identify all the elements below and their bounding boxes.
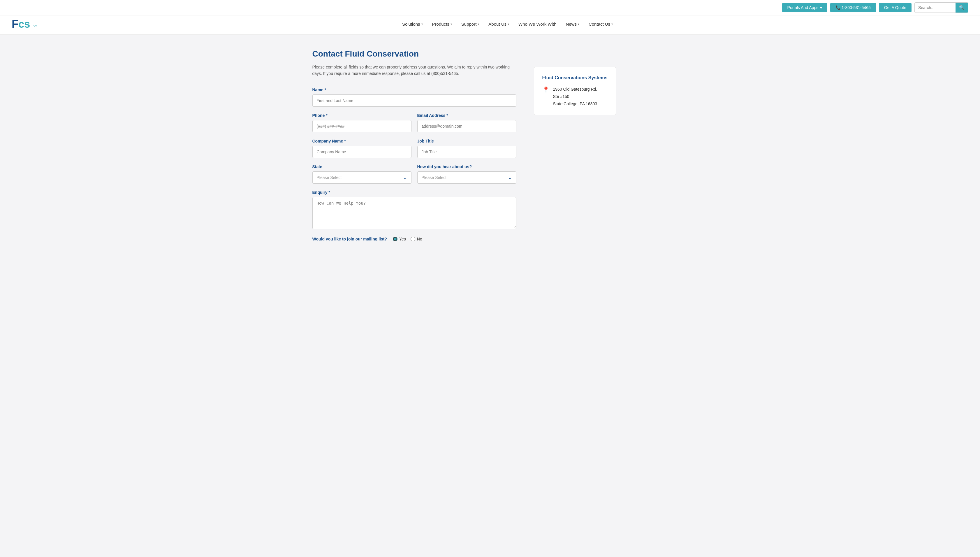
mailing-yes-label: Yes [399, 237, 406, 241]
phone-label: 📞 1-800-531-5465 [835, 5, 871, 10]
jobtitle-input[interactable] [417, 146, 516, 158]
get-quote-button[interactable]: Get A Quote [879, 3, 912, 12]
main-content: Contact Fluid Conservation Please comple… [301, 35, 679, 265]
state-select[interactable]: Please Select Alabama Pennsylvania [312, 171, 411, 184]
hear-select[interactable]: Please Select Web Search Referral [417, 171, 516, 184]
address-line3: State College, PA 16803 [553, 100, 597, 107]
jobtitle-label: Job Title [417, 139, 516, 143]
nav-label: News [566, 21, 577, 26]
nav-item-contact[interactable]: Contact Us ▾ [584, 20, 618, 28]
company-field-group: Company Name * [312, 139, 411, 158]
page-description: Please complete all fields so that we ca… [312, 64, 516, 77]
chevron-down-icon: ▾ [820, 5, 822, 10]
nav-item-products[interactable]: Products ▾ [427, 20, 457, 28]
enquiry-label: Enquiry * [312, 190, 516, 195]
nav-label: Who We Work With [518, 21, 556, 26]
search-icon: 🔍 [959, 5, 965, 10]
search-wrap: 🔍 [915, 2, 969, 13]
header: Fcs 〰 Solutions ▾ Products ▾ Support ▾ A… [0, 15, 980, 35]
hear-field-group: How did you hear about us? Please Select… [417, 164, 516, 184]
chevron-down-icon: ▾ [578, 23, 579, 26]
chevron-down-icon: ▾ [611, 23, 613, 26]
page-title: Contact Fluid Conservation [312, 49, 516, 59]
mailing-label: Would you like to join our mailing list? [312, 237, 387, 241]
email-field-group: Email Address * [417, 113, 516, 132]
nav-item-who-we-work-with[interactable]: Who We Work With [514, 20, 561, 28]
jobtitle-field-group: Job Title [417, 139, 516, 158]
phone-email-row: Phone * Email Address * [312, 113, 516, 132]
location-pin-icon: 📍 [542, 86, 549, 93]
state-field-group: State Please Select Alabama Pennsylvania… [312, 164, 411, 184]
nav-label: Support [461, 21, 477, 26]
mailing-no-option[interactable]: No [411, 237, 422, 241]
address-card-title: Fluid Conservations Systems [542, 75, 608, 80]
enquiry-textarea[interactable] [312, 197, 516, 229]
chevron-down-icon: ▾ [421, 23, 423, 26]
nav-item-news[interactable]: News ▾ [561, 20, 584, 28]
address-body: 📍 1960 Old Gatesburg Rd. Ste #150 State … [542, 86, 608, 108]
nav-item-support[interactable]: Support ▾ [457, 20, 484, 28]
logo[interactable]: Fcs 〰 [11, 18, 38, 29]
mailing-no-radio[interactable] [411, 237, 415, 241]
search-input[interactable] [915, 3, 956, 12]
address-line2: Ste #150 [553, 93, 597, 100]
address-line1: 1960 Old Gatesburg Rd. [553, 86, 597, 93]
chevron-down-icon: ▾ [478, 23, 479, 26]
search-button[interactable]: 🔍 [956, 3, 968, 13]
chevron-down-icon: ▾ [450, 23, 452, 26]
phone-label: Phone * [312, 113, 411, 118]
portals-label: Portals And Apps [787, 5, 819, 10]
nav-item-solutions[interactable]: Solutions ▾ [398, 20, 427, 28]
sidebar: Fluid Conservations Systems 📍 1960 Old G… [534, 49, 616, 115]
main-nav: Solutions ▾ Products ▾ Support ▾ About U… [47, 20, 969, 28]
name-input[interactable] [312, 94, 516, 107]
enquiry-field-group: Enquiry * [312, 190, 516, 230]
phone-input[interactable] [312, 120, 411, 132]
state-hear-row: State Please Select Alabama Pennsylvania… [312, 164, 516, 184]
hear-select-wrap: Please Select Web Search Referral ⌄ [417, 171, 516, 184]
address-card: Fluid Conservations Systems 📍 1960 Old G… [534, 67, 616, 115]
email-input[interactable] [417, 120, 516, 132]
quote-label: Get A Quote [884, 5, 906, 10]
company-input[interactable] [312, 146, 411, 158]
address-text: 1960 Old Gatesburg Rd. Ste #150 State Co… [553, 86, 597, 108]
mailing-yes-option[interactable]: Yes [393, 237, 406, 241]
nav-item-about[interactable]: About Us ▾ [484, 20, 514, 28]
state-label: State [312, 164, 411, 169]
top-bar: Portals And Apps ▾ 📞 1-800-531-5465 Get … [0, 0, 980, 15]
portals-apps-button[interactable]: Portals And Apps ▾ [782, 3, 827, 12]
email-label: Email Address * [417, 113, 516, 118]
mailing-row: Would you like to join our mailing list?… [312, 237, 516, 241]
company-job-row: Company Name * Job Title [312, 139, 516, 158]
phone-field-group: Phone * [312, 113, 411, 132]
logo-text: Fcs 〰 [11, 18, 37, 29]
name-label: Name * [312, 88, 516, 92]
nav-label: About Us [488, 21, 507, 26]
state-select-wrap: Please Select Alabama Pennsylvania ⌄ [312, 171, 411, 184]
mailing-yes-radio[interactable] [393, 237, 398, 241]
contact-form-section: Contact Fluid Conservation Please comple… [312, 49, 516, 241]
mailing-no-label: No [417, 237, 422, 241]
nav-label: Products [432, 21, 449, 26]
phone-button[interactable]: 📞 1-800-531-5465 [830, 3, 876, 12]
chevron-down-icon: ▾ [508, 23, 509, 26]
nav-label: Contact Us [588, 21, 610, 26]
name-field-group: Name * [312, 88, 516, 107]
logo-waves-icon: 〰 [33, 24, 37, 29]
nav-label: Solutions [402, 21, 420, 26]
hear-label: How did you hear about us? [417, 164, 516, 169]
company-label: Company Name * [312, 139, 411, 143]
mailing-radio-group: Yes No [393, 237, 422, 241]
